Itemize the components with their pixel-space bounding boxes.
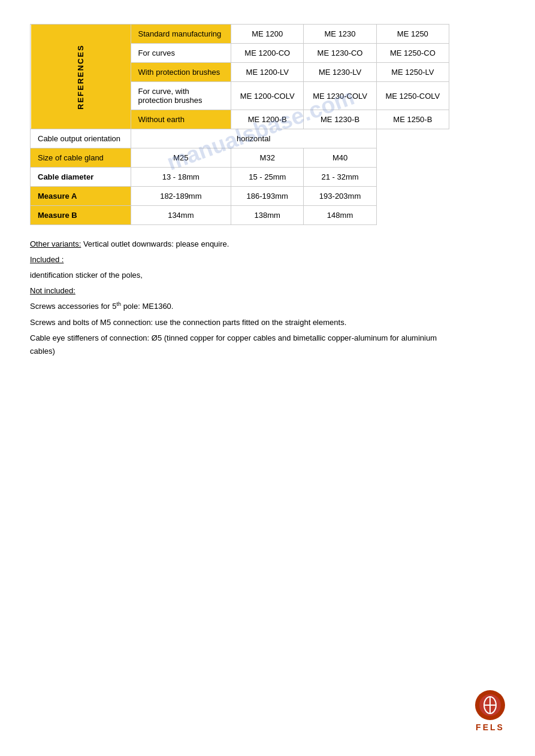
other-variants-label: Other variants: [30, 239, 81, 248]
included-label-line: Included : [30, 253, 449, 266]
cell-me1200colv: ME 1200-COLV [231, 82, 304, 110]
notes-section: Other variants: Vertical outlet downward… [30, 238, 449, 358]
row-label-without-earth: Without earth [131, 110, 231, 129]
other-variants-line: Other variants: Vertical outlet downward… [30, 238, 449, 251]
included-text: identification sticker of the poles, [30, 269, 449, 282]
table-row: Size of cable gland M25 M32 M40 [31, 148, 449, 168]
cell-me1250lv: ME 1250-LV [376, 63, 449, 82]
cell-138mm: 138mm [231, 206, 304, 225]
table-row: Cable diameter 13 - 18mm 15 - 25mm 21 - … [31, 168, 449, 187]
cell-134mm: 134mm [131, 206, 231, 225]
logo-area: FELS [475, 690, 505, 732]
cell-186-193mm: 186-193mm [231, 187, 304, 206]
not-included-label: Not included: [30, 286, 75, 295]
included-label: Included : [30, 255, 64, 264]
cell-193-203mm: 193-203mm [304, 187, 376, 206]
row-label-cable-orientation: Cable output orientation [31, 129, 131, 148]
cell-me1200lv: ME 1200-LV [231, 63, 304, 82]
table-row: Measure A 182-189mm 186-193mm 193-203mm [31, 187, 449, 206]
row-label-standard: Standard manufacturing [131, 25, 231, 44]
cell-me1250colv: ME 1250-COLV [376, 82, 449, 110]
table-wrapper: manualsbase.com REFERENCES Standard manu… [30, 24, 449, 236]
cell-me1230b: ME 1230-B [304, 110, 376, 129]
not-included-line-3: Cable eye stiffeners of connection: Ø5 (… [30, 332, 449, 358]
row-label-cable-gland: Size of cable gland [31, 148, 131, 168]
cell-182-189mm: 182-189mm [131, 187, 231, 206]
logo-svg [478, 693, 502, 717]
cell-me1250co: ME 1250-CO [376, 44, 449, 63]
cell-m40: M40 [304, 148, 376, 168]
row-label-for-curves: For curves [131, 44, 231, 63]
cell-13-18mm: 13 - 18mm [131, 168, 231, 187]
cell-21-32mm: 21 - 32mm [304, 168, 376, 187]
cell-me1230co: ME 1230-CO [304, 44, 376, 63]
not-included-line-2: Screws and bolts of M5 connection: use t… [30, 316, 449, 329]
row-label-measure-b: Measure B [31, 206, 131, 225]
cell-m25: M25 [131, 148, 231, 168]
not-included-label-line: Not included: [30, 284, 449, 297]
row-label-measure-a: Measure A [31, 187, 131, 206]
cell-m32: M32 [231, 148, 304, 168]
table-row: Measure B 134mm 138mm 148mm [31, 206, 449, 225]
cell-me1250: ME 1250 [376, 25, 449, 44]
table-row: Cable output orientation horizontal [31, 129, 449, 148]
cell-me1230lv: ME 1230-LV [304, 63, 376, 82]
cell-me1230colv: ME 1230-COLV [304, 82, 376, 110]
row-label-curve-protection: For curve, with protection brushes [131, 82, 231, 110]
references-label: REFERENCES [31, 25, 131, 129]
cell-me1200b: ME 1200-B [231, 110, 304, 129]
logo-circle [475, 690, 505, 720]
not-included-line-1: Screws accessories for 5th pole: ME1360. [30, 300, 449, 313]
cell-horizontal: horizontal [131, 129, 376, 148]
superscript-th: th [117, 301, 122, 307]
cell-15-25mm: 15 - 25mm [231, 168, 304, 187]
row-label-protection: With protection brushes [131, 63, 231, 82]
other-variants-text: Vertical outlet downwards: please enquir… [81, 239, 229, 248]
main-table: REFERENCES Standard manufacturing ME 120… [30, 24, 449, 225]
logo-text: FELS [476, 722, 504, 732]
cell-me1230: ME 1230 [304, 25, 376, 44]
page-content: manualsbase.com REFERENCES Standard manu… [30, 24, 505, 358]
cell-me1200co: ME 1200-CO [231, 44, 304, 63]
cell-148mm: 148mm [304, 206, 376, 225]
cell-me1250b: ME 1250-B [376, 110, 449, 129]
table-row: REFERENCES Standard manufacturing ME 120… [31, 25, 449, 44]
cell-me1200: ME 1200 [231, 25, 304, 44]
row-label-cable-diameter: Cable diameter [31, 168, 131, 187]
